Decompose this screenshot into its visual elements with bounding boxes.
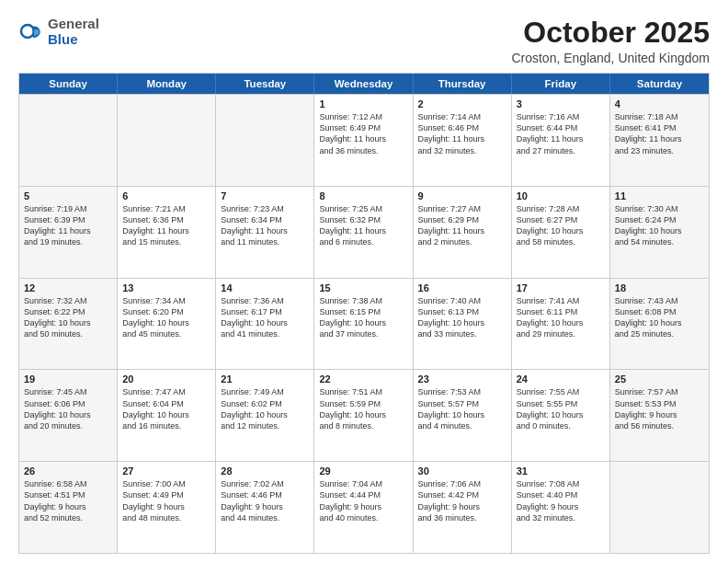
- day-cell-27: 27Sunrise: 7:00 AM Sunset: 4:49 PM Dayli…: [118, 462, 216, 553]
- day-info: Sunrise: 7:53 AM Sunset: 5:57 PM Dayligh…: [418, 386, 506, 431]
- day-info: Sunrise: 7:30 AM Sunset: 6:24 PM Dayligh…: [615, 203, 704, 248]
- day-cell-14: 14Sunrise: 7:36 AM Sunset: 6:17 PM Dayli…: [216, 279, 314, 370]
- day-cell-7: 7Sunrise: 7:23 AM Sunset: 6:34 PM Daylig…: [216, 187, 314, 278]
- header-day-friday: Friday: [512, 74, 610, 94]
- day-number: 31: [517, 465, 605, 477]
- day-info: Sunrise: 7:12 AM Sunset: 6:49 PM Dayligh…: [319, 111, 407, 156]
- day-number: 7: [221, 190, 309, 201]
- day-info: Sunrise: 7:55 AM Sunset: 5:55 PM Dayligh…: [517, 386, 605, 431]
- day-cell-22: 22Sunrise: 7:51 AM Sunset: 5:59 PM Dayli…: [314, 370, 413, 461]
- day-number: 11: [615, 190, 704, 201]
- empty-cell: [19, 95, 118, 186]
- logo: General Blue: [18, 17, 99, 47]
- day-info: Sunrise: 7:43 AM Sunset: 6:08 PM Dayligh…: [615, 295, 704, 340]
- day-info: Sunrise: 7:00 AM Sunset: 4:49 PM Dayligh…: [122, 478, 210, 523]
- day-number: 2: [418, 98, 506, 109]
- header-day-thursday: Thursday: [414, 74, 512, 94]
- day-number: 26: [24, 465, 112, 477]
- day-info: Sunrise: 7:38 AM Sunset: 6:15 PM Dayligh…: [319, 295, 407, 340]
- day-info: Sunrise: 7:19 AM Sunset: 6:39 PM Dayligh…: [24, 203, 112, 248]
- day-number: 1: [319, 98, 407, 109]
- day-cell-8: 8Sunrise: 7:25 AM Sunset: 6:32 PM Daylig…: [314, 187, 413, 278]
- week-row-0: 1Sunrise: 7:12 AM Sunset: 6:49 PM Daylig…: [19, 94, 709, 186]
- day-number: 18: [615, 282, 704, 293]
- day-info: Sunrise: 7:40 AM Sunset: 6:13 PM Dayligh…: [418, 295, 506, 340]
- day-cell-19: 19Sunrise: 7:45 AM Sunset: 6:06 PM Dayli…: [19, 370, 118, 461]
- empty-cell: [610, 462, 709, 553]
- svg-point-0: [21, 25, 34, 38]
- day-number: 20: [122, 373, 210, 385]
- day-info: Sunrise: 7:23 AM Sunset: 6:34 PM Dayligh…: [221, 203, 309, 248]
- day-cell-12: 12Sunrise: 7:32 AM Sunset: 6:22 PM Dayli…: [19, 279, 118, 370]
- empty-cell: [118, 95, 216, 186]
- day-info: Sunrise: 7:27 AM Sunset: 6:29 PM Dayligh…: [418, 203, 506, 248]
- header-day-monday: Monday: [118, 74, 216, 94]
- logo-general: General: [48, 17, 99, 32]
- day-info: Sunrise: 7:04 AM Sunset: 4:44 PM Dayligh…: [319, 478, 407, 523]
- day-cell-11: 11Sunrise: 7:30 AM Sunset: 6:24 PM Dayli…: [610, 187, 709, 278]
- day-cell-16: 16Sunrise: 7:40 AM Sunset: 6:13 PM Dayli…: [414, 279, 512, 370]
- day-number: 9: [418, 190, 506, 201]
- week-row-4: 26Sunrise: 6:58 AM Sunset: 4:51 PM Dayli…: [19, 461, 709, 553]
- day-number: 4: [615, 98, 704, 109]
- day-info: Sunrise: 7:34 AM Sunset: 6:20 PM Dayligh…: [122, 295, 210, 340]
- day-info: Sunrise: 7:41 AM Sunset: 6:11 PM Dayligh…: [517, 295, 605, 340]
- day-info: Sunrise: 7:06 AM Sunset: 4:42 PM Dayligh…: [418, 478, 506, 523]
- day-number: 25: [615, 373, 704, 385]
- day-info: Sunrise: 7:36 AM Sunset: 6:17 PM Dayligh…: [221, 295, 309, 340]
- header-day-saturday: Saturday: [610, 74, 709, 94]
- day-cell-1: 1Sunrise: 7:12 AM Sunset: 6:49 PM Daylig…: [314, 95, 413, 186]
- week-row-2: 12Sunrise: 7:32 AM Sunset: 6:22 PM Dayli…: [19, 278, 709, 370]
- day-number: 6: [122, 190, 210, 201]
- day-cell-24: 24Sunrise: 7:55 AM Sunset: 5:55 PM Dayli…: [512, 370, 610, 461]
- day-info: Sunrise: 7:32 AM Sunset: 6:22 PM Dayligh…: [24, 295, 112, 340]
- header-day-wednesday: Wednesday: [314, 74, 413, 94]
- day-number: 27: [122, 465, 210, 477]
- day-cell-6: 6Sunrise: 7:21 AM Sunset: 6:36 PM Daylig…: [118, 187, 216, 278]
- day-number: 19: [24, 373, 112, 385]
- day-info: Sunrise: 7:02 AM Sunset: 4:46 PM Dayligh…: [221, 478, 309, 523]
- day-cell-26: 26Sunrise: 6:58 AM Sunset: 4:51 PM Dayli…: [19, 462, 118, 553]
- day-number: 15: [319, 282, 407, 293]
- day-info: Sunrise: 7:18 AM Sunset: 6:41 PM Dayligh…: [615, 111, 704, 156]
- day-cell-5: 5Sunrise: 7:19 AM Sunset: 6:39 PM Daylig…: [19, 187, 118, 278]
- week-row-1: 5Sunrise: 7:19 AM Sunset: 6:39 PM Daylig…: [19, 186, 709, 278]
- day-number: 30: [418, 465, 506, 477]
- header-day-sunday: Sunday: [19, 74, 118, 94]
- day-number: 14: [221, 282, 309, 293]
- day-number: 5: [24, 190, 112, 201]
- day-info: Sunrise: 7:14 AM Sunset: 6:46 PM Dayligh…: [418, 111, 506, 156]
- day-info: Sunrise: 7:47 AM Sunset: 6:04 PM Dayligh…: [122, 386, 210, 431]
- day-info: Sunrise: 7:25 AM Sunset: 6:32 PM Dayligh…: [319, 203, 407, 248]
- day-cell-25: 25Sunrise: 7:57 AM Sunset: 5:53 PM Dayli…: [610, 370, 709, 461]
- day-info: Sunrise: 7:28 AM Sunset: 6:27 PM Dayligh…: [517, 203, 605, 248]
- day-info: Sunrise: 7:49 AM Sunset: 6:02 PM Dayligh…: [221, 386, 309, 431]
- day-number: 28: [221, 465, 309, 477]
- header-day-tuesday: Tuesday: [216, 74, 314, 94]
- day-info: Sunrise: 7:08 AM Sunset: 4:40 PM Dayligh…: [517, 478, 605, 523]
- day-number: 21: [221, 373, 309, 385]
- day-number: 12: [24, 282, 112, 293]
- logo-blue: Blue: [48, 32, 99, 48]
- day-cell-10: 10Sunrise: 7:28 AM Sunset: 6:27 PM Dayli…: [512, 187, 610, 278]
- day-cell-28: 28Sunrise: 7:02 AM Sunset: 4:46 PM Dayli…: [216, 462, 314, 553]
- empty-cell: [216, 95, 314, 186]
- day-cell-20: 20Sunrise: 7:47 AM Sunset: 6:04 PM Dayli…: [118, 370, 216, 461]
- day-cell-29: 29Sunrise: 7:04 AM Sunset: 4:44 PM Dayli…: [314, 462, 413, 553]
- day-cell-9: 9Sunrise: 7:27 AM Sunset: 6:29 PM Daylig…: [414, 187, 512, 278]
- day-cell-23: 23Sunrise: 7:53 AM Sunset: 5:57 PM Dayli…: [414, 370, 512, 461]
- day-number: 8: [319, 190, 407, 201]
- day-cell-4: 4Sunrise: 7:18 AM Sunset: 6:41 PM Daylig…: [610, 95, 709, 186]
- day-number: 29: [319, 465, 407, 477]
- day-number: 10: [517, 190, 605, 201]
- day-cell-3: 3Sunrise: 7:16 AM Sunset: 6:44 PM Daylig…: [512, 95, 610, 186]
- day-info: Sunrise: 7:45 AM Sunset: 6:06 PM Dayligh…: [24, 386, 112, 431]
- day-info: Sunrise: 6:58 AM Sunset: 4:51 PM Dayligh…: [24, 478, 112, 523]
- day-number: 16: [418, 282, 506, 293]
- calendar: SundayMondayTuesdayWednesdayThursdayFrid…: [18, 73, 710, 554]
- day-cell-17: 17Sunrise: 7:41 AM Sunset: 6:11 PM Dayli…: [512, 279, 610, 370]
- day-info: Sunrise: 7:21 AM Sunset: 6:36 PM Dayligh…: [122, 203, 210, 248]
- week-row-3: 19Sunrise: 7:45 AM Sunset: 6:06 PM Dayli…: [19, 369, 709, 461]
- title-block: October 2025 Croston, England, United Ki…: [511, 17, 710, 65]
- calendar-body: 1Sunrise: 7:12 AM Sunset: 6:49 PM Daylig…: [19, 94, 709, 553]
